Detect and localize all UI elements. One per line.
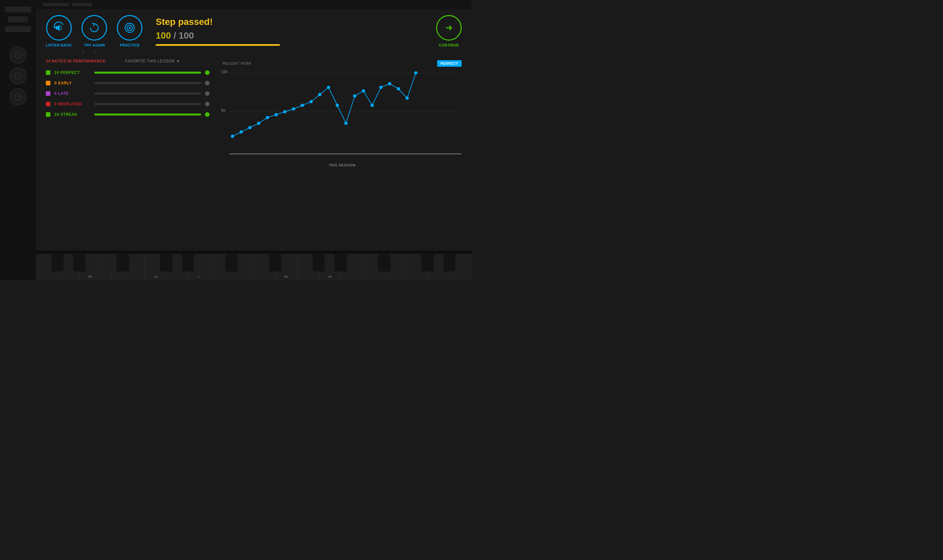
piano-black-key-5[interactable] xyxy=(160,254,173,272)
action-buttons: LISTEN BACK TRY AGAIN xyxy=(46,15,142,47)
score-total: 100 xyxy=(179,31,194,40)
piano-black-key-17[interactable] xyxy=(421,254,434,272)
chart-dot xyxy=(344,122,348,125)
note-f2: F xyxy=(94,50,96,55)
perfect-badge: PERFECT! xyxy=(437,60,461,67)
stat-label-streak: 24STREAK xyxy=(54,112,90,117)
stat-color-misplayed xyxy=(46,102,51,106)
piano-black-key-6[interactable] xyxy=(182,254,194,272)
piano-key-17[interactable] xyxy=(406,254,428,280)
piano-black-key-15[interactable] xyxy=(378,254,390,272)
chart-y-100: 100 xyxy=(221,70,228,74)
piano-key-label-2: Eb xyxy=(88,275,92,278)
piano-keys-wrapper: EbCAbGEbAb xyxy=(36,254,471,280)
piano-key-label-13: Ab xyxy=(328,275,332,278)
chart-y-50: 50 xyxy=(221,108,225,113)
stat-color-early xyxy=(46,81,51,85)
stat-rows-container: 24PERFECT0EARLY0LATE0MISPLAYED24STREAK xyxy=(46,70,210,117)
note-labels-row: F F xyxy=(36,50,471,58)
chart-x-label: THIS SESSION xyxy=(329,163,356,167)
piano-black-key-3[interactable] xyxy=(116,254,129,272)
piano-section: EbCAbGEbAb xyxy=(36,251,471,280)
chart-dot xyxy=(370,104,374,107)
header-section: LISTEN BACK TRY AGAIN xyxy=(36,9,471,50)
piano-key-label-11: Eb xyxy=(284,275,288,278)
piano-key-15[interactable] xyxy=(363,254,385,280)
piano-black-key-18[interactable] xyxy=(443,254,456,272)
piano-key-5[interactable]: Ab xyxy=(145,254,167,280)
svg-rect-3 xyxy=(56,26,58,29)
piano-key-12[interactable] xyxy=(297,254,319,280)
chart-dot xyxy=(248,126,252,129)
chart-dot xyxy=(292,107,295,111)
sidebar xyxy=(0,0,36,280)
stat-label-early: 0EARLY xyxy=(54,81,90,85)
piano-key-8[interactable] xyxy=(210,254,232,280)
sidebar-item-3 xyxy=(5,26,31,32)
stat-color-late xyxy=(46,91,51,96)
stat-color-streak xyxy=(46,112,51,117)
stat-bar-late xyxy=(94,92,201,95)
stats-left: 24 NOTES IN PERFORMANCE FAVORITE THIS LE… xyxy=(46,58,210,161)
practice-circle[interactable] xyxy=(117,15,142,40)
listen-back-button[interactable]: LISTEN BACK xyxy=(46,15,72,47)
recent-perf-label: RECENT PERF xyxy=(223,62,252,65)
piano-black-key-12[interactable] xyxy=(312,254,325,272)
note-f1: F xyxy=(82,50,85,55)
continue-circle[interactable] xyxy=(436,15,461,40)
listen-back-label: LISTEN BACK xyxy=(46,43,72,47)
piano-black-key-0[interactable] xyxy=(51,254,64,272)
piano-black-key-1[interactable] xyxy=(73,254,85,272)
piano-black-key-10[interactable] xyxy=(269,254,282,272)
stat-end-dot-streak xyxy=(205,112,210,117)
top-bar xyxy=(36,0,471,9)
practice-button[interactable]: PRACTICE xyxy=(117,15,142,47)
favorite-heart-icon[interactable]: ♥ xyxy=(176,58,179,64)
stat-label-perfect: 24PERFECT xyxy=(54,70,90,75)
piano-key-label-5: Ab xyxy=(154,275,157,278)
chart-dot xyxy=(353,94,356,97)
listen-back-circle[interactable] xyxy=(46,15,72,40)
stat-end-dot-late xyxy=(205,91,210,96)
favorite-button[interactable]: FAVORITE THIS LESSON ♥ xyxy=(125,58,179,64)
main-content: LISTEN BACK TRY AGAIN xyxy=(36,0,471,280)
piano-black-key-13[interactable] xyxy=(334,254,347,272)
piano-key-3[interactable]: C xyxy=(102,254,123,280)
chart-dot xyxy=(240,130,243,134)
piano-key-10[interactable] xyxy=(254,254,276,280)
chart-dot xyxy=(283,110,287,114)
score-display: 100 / 100 xyxy=(156,31,436,41)
chart-dot xyxy=(275,113,278,117)
sidebar-back-btn[interactable] xyxy=(9,46,26,63)
try-again-circle[interactable] xyxy=(82,15,107,40)
sidebar-play-btn[interactable] xyxy=(9,68,26,85)
chart-dot xyxy=(231,135,234,138)
chart-dot xyxy=(397,87,400,90)
chart-dot xyxy=(405,97,409,100)
stats-section: 24 NOTES IN PERFORMANCE FAVORITE THIS LE… xyxy=(36,58,471,161)
chart-dot xyxy=(318,93,321,96)
continue-button[interactable]: CONTINUE xyxy=(436,15,461,47)
stat-bar-misplayed xyxy=(94,103,201,105)
stat-row-perfect: 24PERFECT xyxy=(46,70,210,75)
sidebar-item-1 xyxy=(5,6,31,12)
svg-point-5 xyxy=(129,27,131,29)
notes-count: 24 NOTES IN PERFORMANCE xyxy=(46,59,105,63)
try-again-button[interactable]: TRY AGAIN xyxy=(82,15,107,47)
stat-row-early: 0EARLY xyxy=(46,81,210,85)
piano-key-label-7: G xyxy=(198,275,201,278)
stat-bar-perfect xyxy=(94,72,201,74)
stat-row-late: 0LATE xyxy=(46,91,210,96)
sidebar-item-2 xyxy=(8,16,28,22)
top-bar-subtitle xyxy=(72,3,92,6)
piano-key-0[interactable] xyxy=(36,254,58,280)
stat-row-streak: 24STREAK xyxy=(46,112,210,117)
piano-black-key-8[interactable] xyxy=(225,254,238,272)
stat-bar-early xyxy=(94,82,201,84)
try-again-label: TRY AGAIN xyxy=(84,43,105,47)
stat-bar-fill-streak xyxy=(94,114,201,115)
progress-bar-container xyxy=(156,44,280,46)
notes-count-label: NOTES IN PERFORMANCE xyxy=(52,59,105,63)
sidebar-refresh-btn[interactable] xyxy=(9,88,26,105)
chart-dot xyxy=(309,100,313,103)
